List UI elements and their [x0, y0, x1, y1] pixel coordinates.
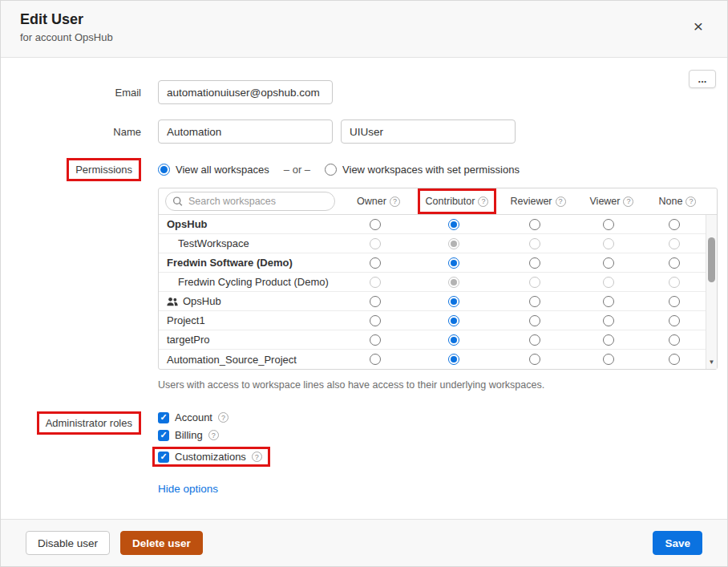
- admin-roles-annotation-box: Administrator roles: [37, 411, 141, 435]
- permission-radio-contributor[interactable]: [448, 219, 459, 230]
- table-row: OpsHub: [159, 292, 717, 311]
- permission-radio-none: [669, 277, 680, 288]
- permission-radio-reviewer[interactable]: [529, 334, 540, 346]
- permission-radio-reviewer[interactable]: [529, 296, 540, 307]
- permission-radio-viewer[interactable]: [603, 219, 614, 230]
- dialog-header-text: Edit User for account OpsHub: [20, 11, 113, 47]
- table-rows: OpsHubTestWorkspaceFredwin Software (Dem…: [159, 215, 717, 369]
- table-row: targetPro: [159, 330, 717, 350]
- or-text: – or –: [284, 164, 310, 176]
- column-header-reviewer: Reviewer?: [499, 196, 577, 207]
- permission-radio-owner[interactable]: [370, 296, 381, 307]
- view-set-permissions-radio[interactable]: View workspaces with set permissions: [325, 164, 520, 176]
- view-all-workspaces-radio[interactable]: View all workspaces: [158, 164, 269, 176]
- close-icon[interactable]: ×: [694, 18, 703, 47]
- permission-radio-contributor[interactable]: [448, 315, 459, 326]
- permission-radio-viewer[interactable]: [603, 257, 614, 269]
- table-header: Owner?Contributor?Reviewer?Viewer?None?: [159, 188, 717, 215]
- help-icon[interactable]: ?: [390, 196, 400, 207]
- workspace-name: Fredwin Software (Demo): [159, 257, 338, 269]
- permission-radio-reviewer[interactable]: [529, 315, 540, 326]
- workspace-name: targetPro: [159, 334, 338, 346]
- hide-options-link[interactable]: Hide options: [158, 483, 218, 495]
- radio-icon[interactable]: [325, 164, 337, 176]
- permission-radio-reviewer[interactable]: [529, 257, 540, 269]
- email-field[interactable]: [158, 80, 333, 104]
- first-name-field[interactable]: [158, 119, 333, 144]
- table-body: OpsHubTestWorkspaceFredwin Software (Dem…: [159, 215, 717, 369]
- checkbox-icon[interactable]: [158, 412, 169, 423]
- workspace-name: Project1: [159, 314, 338, 326]
- permission-radio-none[interactable]: [669, 257, 680, 269]
- help-icon[interactable]: ?: [252, 452, 262, 462]
- email-label: Email: [1, 87, 152, 99]
- checkbox-icon[interactable]: [158, 430, 169, 441]
- admin-role-account[interactable]: Account?: [158, 411, 229, 423]
- permission-radio-contributor[interactable]: [448, 257, 459, 269]
- radio-icon[interactable]: [158, 164, 170, 176]
- permission-radio-contributor: [448, 277, 459, 288]
- column-header-contributor: Contributor?: [415, 188, 499, 214]
- admin-role-customizations[interactable]: Customizations?: [152, 447, 270, 467]
- table-scrollbar[interactable]: ▼: [706, 215, 717, 369]
- more-options-button[interactable]: ...: [689, 70, 716, 88]
- delete-user-button[interactable]: Delete user: [120, 531, 203, 555]
- admin-roles-label: Administrator roles: [46, 417, 132, 429]
- save-button[interactable]: Save: [653, 531, 702, 555]
- email-row: Email: [1, 80, 727, 104]
- permission-radio-reviewer[interactable]: [529, 354, 540, 365]
- permission-radio-reviewer[interactable]: [529, 219, 540, 230]
- permission-radio-none[interactable]: [669, 334, 680, 346]
- column-label: Contributor: [426, 196, 475, 207]
- column-header-viewer: Viewer?: [577, 196, 646, 207]
- dialog-body: ... Email Name Permissions View all work…: [1, 58, 727, 519]
- help-icon[interactable]: ?: [686, 196, 696, 207]
- permission-radio-none[interactable]: [669, 219, 680, 230]
- permission-radio-viewer: [603, 238, 614, 249]
- help-icon[interactable]: ?: [478, 196, 488, 207]
- permission-radio-owner[interactable]: [370, 315, 381, 326]
- permission-radio-viewer[interactable]: [603, 315, 614, 326]
- admin-role-billing[interactable]: Billing?: [158, 429, 219, 441]
- workspace-permissions-table: Owner?Contributor?Reviewer?Viewer?None? …: [158, 188, 718, 370]
- help-icon[interactable]: ?: [556, 196, 566, 207]
- scrollbar-thumb[interactable]: [708, 237, 715, 282]
- table-note: Users with access to workspace lines als…: [158, 379, 718, 391]
- help-icon[interactable]: ?: [218, 412, 229, 423]
- table-row: Fredwin Cycling Product (Demo): [159, 273, 717, 292]
- permission-radio-contributor[interactable]: [448, 334, 459, 346]
- column-header-none: None?: [646, 196, 709, 207]
- scroll-down-arrow-icon[interactable]: ▼: [706, 357, 717, 368]
- permission-radio-viewer[interactable]: [603, 334, 614, 346]
- workspace-name-text: OpsHub: [167, 218, 208, 230]
- help-icon[interactable]: ?: [208, 430, 219, 440]
- search-input[interactable]: [165, 192, 335, 211]
- workspace-name: TestWorkspace: [159, 237, 338, 249]
- table-row: Fredwin Software (Demo): [159, 253, 717, 273]
- permission-radio-none[interactable]: [669, 315, 680, 326]
- admin-role-label: Account: [175, 411, 212, 423]
- column-label: Viewer: [590, 196, 621, 207]
- last-name-field[interactable]: [341, 119, 516, 144]
- permission-radio-owner[interactable]: [370, 334, 381, 346]
- checkbox-icon[interactable]: [158, 452, 169, 463]
- permission-radio-contributor[interactable]: [448, 354, 459, 365]
- admin-role-label: Billing: [175, 429, 203, 441]
- column-label: None: [659, 196, 683, 207]
- column-header-owner: Owner?: [342, 196, 415, 207]
- permission-radio-owner[interactable]: [370, 257, 381, 269]
- permission-radio-none[interactable]: [669, 296, 680, 307]
- permission-radio-owner[interactable]: [370, 219, 381, 230]
- search-icon: [172, 196, 183, 207]
- permission-radio-viewer[interactable]: [603, 296, 614, 307]
- permission-radio-contributor[interactable]: [448, 296, 459, 307]
- workspace-name-text: OpsHub: [183, 295, 221, 307]
- workspace-name-text: Fredwin Software (Demo): [167, 257, 293, 269]
- disable-user-button[interactable]: Disable user: [26, 531, 110, 555]
- permission-radio-none: [669, 238, 680, 249]
- permission-radio-owner[interactable]: [370, 354, 381, 365]
- admin-roles-row: Administrator roles Account?Billing?Cust…: [1, 411, 727, 495]
- help-icon[interactable]: ?: [623, 196, 633, 207]
- permission-radio-none[interactable]: [669, 354, 680, 365]
- permission-radio-viewer[interactable]: [603, 354, 614, 365]
